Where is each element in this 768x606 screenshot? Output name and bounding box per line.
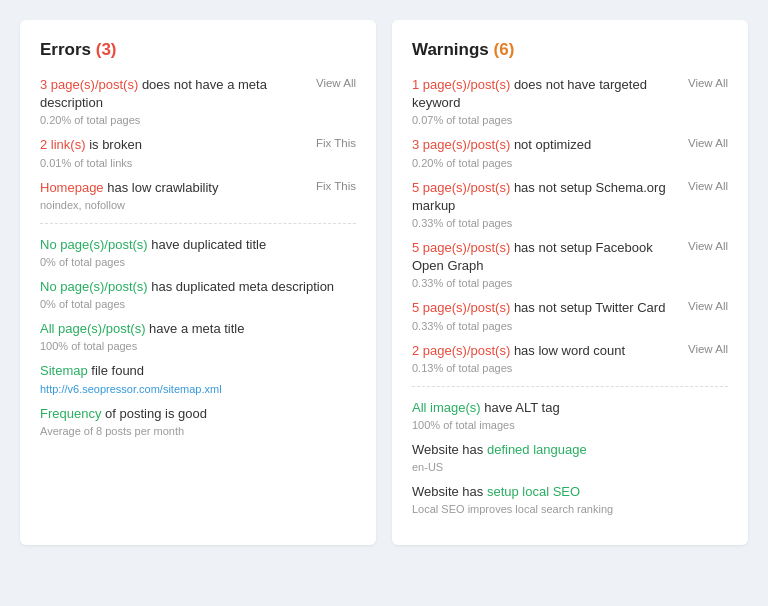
warn-2-action[interactable]: View All [688,137,728,149]
error-2-action[interactable]: Fix This [316,137,356,149]
warn-1-highlight: 1 page(s)/post(s) [412,77,510,92]
error-3-highlight: Homepage [40,180,104,195]
errors-good-4-text: Sitemap file found [40,362,356,380]
warn-good-3-sub: Local SEO improves local search ranking [412,503,728,515]
warn-item-1: 1 page(s)/post(s) does not have targeted… [412,76,728,126]
errors-good-1-text: No page(s)/post(s) have duplicated title [40,236,356,254]
warn-item-4: 5 page(s)/post(s) has not setup Facebook… [412,239,728,289]
warn-6-highlight: 2 page(s)/post(s) [412,343,510,358]
warn-2-sub: 0.20% of total pages [412,157,728,169]
errors-good-2-text: No page(s)/post(s) has duplicated meta d… [40,278,356,296]
warn-4-sub: 0.33% of total pages [412,277,728,289]
errors-good-1-sub: 0% of total pages [40,256,356,268]
warn-good-2-highlight: defined language [487,442,587,457]
warn-4-highlight: 5 page(s)/post(s) [412,240,510,255]
error-3-action[interactable]: Fix This [316,180,356,192]
errors-good-4-sub: http://v6.seopressor.com/sitemap.xml [40,383,356,395]
error-2-highlight: 2 link(s) [40,137,86,152]
warn-4-action[interactable]: View All [688,240,728,252]
warn-good-3-text: Website has setup local SEO [412,483,728,501]
errors-divider [40,223,356,224]
errors-good-1: No page(s)/post(s) have duplicated title… [40,236,356,268]
sitemap-link[interactable]: http://v6.seopressor.com/sitemap.xml [40,383,222,395]
error-1-action[interactable]: View All [316,77,356,89]
errors-good-3: All page(s)/post(s) have a meta title 10… [40,320,356,352]
errors-good-4-highlight: Sitemap [40,363,88,378]
error-1-sub: 0.20% of total pages [40,114,356,126]
errors-good-4: Sitemap file found http://v6.seopressor.… [40,362,356,394]
errors-panel: Errors (3) 3 page(s)/post(s) does not ha… [20,20,376,545]
warnings-panel: Warnings (6) 1 page(s)/post(s) does not … [392,20,748,545]
warnings-count: (6) [494,40,515,59]
warnings-divider [412,386,728,387]
warn-4-text: 5 page(s)/post(s) has not setup Facebook… [412,239,678,275]
errors-good-3-sub: 100% of total pages [40,340,356,352]
errors-good-2: No page(s)/post(s) has duplicated meta d… [40,278,356,310]
warn-3-highlight: 5 page(s)/post(s) [412,180,510,195]
warn-good-1-sub: 100% of total images [412,419,728,431]
error-2-sub: 0.01% of total links [40,157,356,169]
warn-3-action[interactable]: View All [688,180,728,192]
errors-good-5: Frequency of posting is good Average of … [40,405,356,437]
errors-title: Errors (3) [40,40,356,60]
warn-1-action[interactable]: View All [688,77,728,89]
warn-5-highlight: 5 page(s)/post(s) [412,300,510,315]
warn-5-action[interactable]: View All [688,300,728,312]
warn-2-text: 3 page(s)/post(s) not optimized [412,136,678,154]
error-item-1-text: 3 page(s)/post(s) does not have a meta d… [40,76,306,112]
errors-good-2-sub: 0% of total pages [40,298,356,310]
warn-1-sub: 0.07% of total pages [412,114,728,126]
warn-good-1: All image(s) have ALT tag 100% of total … [412,399,728,431]
warn-item-3: 5 page(s)/post(s) has not setup Schema.o… [412,179,728,229]
panels-container: Errors (3) 3 page(s)/post(s) does not ha… [20,20,748,545]
warn-5-text: 5 page(s)/post(s) has not setup Twitter … [412,299,678,317]
warn-good-2-text: Website has defined language [412,441,728,459]
errors-good-5-highlight: Frequency [40,406,101,421]
warn-2-highlight: 3 page(s)/post(s) [412,137,510,152]
error-item-1: 3 page(s)/post(s) does not have a meta d… [40,76,356,126]
warn-good-1-highlight: All image(s) [412,400,481,415]
error-1-highlight: 3 page(s)/post(s) [40,77,138,92]
error-item-3-text: Homepage has low crawlability [40,179,306,197]
errors-good-1-highlight: No page(s)/post(s) [40,237,148,252]
error-item-3: Homepage has low crawlability Fix This n… [40,179,356,211]
warn-good-1-text: All image(s) have ALT tag [412,399,728,417]
warn-3-sub: 0.33% of total pages [412,217,728,229]
warn-1-text: 1 page(s)/post(s) does not have targeted… [412,76,678,112]
error-item-2: 2 link(s) is broken Fix This 0.01% of to… [40,136,356,168]
warn-item-2: 3 page(s)/post(s) not optimized View All… [412,136,728,168]
warn-3-text: 5 page(s)/post(s) has not setup Schema.o… [412,179,678,215]
warn-good-2-sub: en-US [412,461,728,473]
errors-good-3-highlight: All page(s)/post(s) [40,321,145,336]
warn-good-3-highlight: setup local SEO [487,484,580,499]
warn-5-sub: 0.33% of total pages [412,320,728,332]
error-3-sub: noindex, nofollow [40,199,356,211]
warn-item-6: 2 page(s)/post(s) has low word count Vie… [412,342,728,374]
error-item-2-text: 2 link(s) is broken [40,136,306,154]
warn-item-5: 5 page(s)/post(s) has not setup Twitter … [412,299,728,331]
errors-count: (3) [96,40,117,59]
errors-good-5-sub: Average of 8 posts per month [40,425,356,437]
warn-6-sub: 0.13% of total pages [412,362,728,374]
errors-good-2-highlight: No page(s)/post(s) [40,279,148,294]
warn-6-action[interactable]: View All [688,343,728,355]
warn-6-text: 2 page(s)/post(s) has low word count [412,342,678,360]
warnings-title: Warnings (6) [412,40,728,60]
warn-good-2: Website has defined language en-US [412,441,728,473]
errors-good-5-text: Frequency of posting is good [40,405,356,423]
warn-good-3: Website has setup local SEO Local SEO im… [412,483,728,515]
errors-good-3-text: All page(s)/post(s) have a meta title [40,320,356,338]
